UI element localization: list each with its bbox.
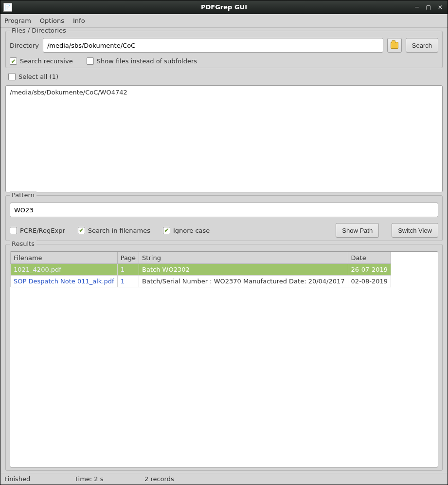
directory-listbox[interactable]: /media/sbs/Dokumente/CoC/WO4742 bbox=[5, 85, 443, 192]
cell-page[interactable]: 1 bbox=[117, 264, 139, 276]
checkbox-icon bbox=[8, 73, 16, 80]
status-records: 2 records bbox=[144, 475, 203, 483]
pattern-group-title: Pattern bbox=[10, 191, 36, 199]
results-table-wrap[interactable]: Filename Page String Date 1021_4200.pdf1… bbox=[10, 251, 438, 467]
results-group: Results Filename Page String Date 1021_4… bbox=[5, 244, 443, 471]
cell-string: Batch WO2302 bbox=[139, 264, 348, 276]
col-page[interactable]: Page bbox=[117, 252, 139, 264]
menu-info[interactable]: Info bbox=[73, 17, 85, 24]
files-group-title: Files / Directories bbox=[10, 28, 68, 34]
pattern-options-row: PCRE/RegExpr ✔ Search in filenames ✔ Ign… bbox=[10, 223, 438, 238]
app-window: 📄 PDFGrep GUI ─ ▢ ✕ Program Options Info… bbox=[0, 0, 448, 485]
showpath-button[interactable]: Show Path bbox=[336, 223, 379, 238]
cell-string: Batch/Serial Number : WO2370 Manufacture… bbox=[139, 276, 348, 287]
results-table: Filename Page String Date 1021_4200.pdf1… bbox=[10, 252, 391, 287]
status-time: Time: 2 s bbox=[74, 475, 133, 483]
menu-options[interactable]: Options bbox=[40, 17, 64, 24]
pattern-group: Pattern PCRE/RegExpr ✔ Search in filenam… bbox=[5, 195, 443, 241]
cell-filename[interactable]: SOP Despatch Note 011_alk.pdf bbox=[11, 276, 118, 287]
checkbox-icon bbox=[87, 57, 94, 65]
cell-page[interactable]: 1 bbox=[117, 276, 139, 287]
search-button[interactable]: Search bbox=[406, 38, 438, 53]
cell-date: 26-07-2019 bbox=[348, 264, 391, 276]
menubar: Program Options Info bbox=[0, 14, 448, 28]
status-state: Finished bbox=[4, 475, 63, 483]
directory-row: Directory Search bbox=[10, 38, 438, 53]
checkbox-icon: ✔ bbox=[163, 227, 170, 234]
selectall-label: Select all (1) bbox=[18, 73, 58, 80]
window-controls: ─ ▢ ✕ bbox=[412, 3, 445, 11]
pcre-label: PCRE/RegExpr bbox=[20, 227, 65, 234]
browse-button[interactable] bbox=[387, 38, 402, 53]
folder-icon bbox=[391, 42, 398, 49]
pcre-checkbox[interactable]: PCRE/RegExpr bbox=[10, 227, 65, 234]
table-header-row: Filename Page String Date bbox=[11, 252, 391, 264]
checkbox-icon: ✔ bbox=[78, 227, 85, 234]
menu-program[interactable]: Program bbox=[4, 17, 31, 24]
recursive-checkbox[interactable]: ✔ Search recursive bbox=[10, 57, 73, 65]
cell-filename[interactable]: 1021_4200.pdf bbox=[11, 264, 118, 276]
filenames-checkbox[interactable]: ✔ Search in filenames bbox=[78, 227, 150, 234]
statusbar: Finished Time: 2 s 2 records bbox=[0, 473, 448, 485]
recursive-label: Search recursive bbox=[20, 57, 73, 65]
table-row[interactable]: 1021_4200.pdf1Batch WO230226-07-2019 bbox=[11, 264, 391, 276]
selectall-checkbox[interactable]: Select all (1) bbox=[8, 73, 58, 80]
ignorecase-checkbox[interactable]: ✔ Ignore case bbox=[163, 227, 210, 234]
directory-label: Directory bbox=[10, 42, 39, 49]
pattern-input[interactable] bbox=[10, 203, 438, 217]
app-icon: 📄 bbox=[3, 3, 12, 12]
results-group-title: Results bbox=[10, 240, 36, 247]
close-button[interactable]: ✕ bbox=[436, 3, 445, 11]
ignorecase-label: Ignore case bbox=[173, 227, 210, 234]
list-item[interactable]: /media/sbs/Dokumente/CoC/WO4742 bbox=[10, 89, 438, 96]
showfiles-label: Show files instead of subfolders bbox=[97, 57, 197, 65]
minimize-button[interactable]: ─ bbox=[412, 3, 421, 11]
window-title: PDFGrep GUI bbox=[0, 3, 448, 11]
titlebar: 📄 PDFGrep GUI ─ ▢ ✕ bbox=[0, 0, 448, 14]
col-date[interactable]: Date bbox=[348, 252, 391, 264]
files-group: Files / Directories Directory Search ✔ S… bbox=[5, 31, 443, 68]
table-row[interactable]: SOP Despatch Note 011_alk.pdf1Batch/Seri… bbox=[11, 276, 391, 287]
content: Files / Directories Directory Search ✔ S… bbox=[0, 28, 448, 473]
showfiles-checkbox[interactable]: Show files instead of subfolders bbox=[87, 57, 197, 65]
directory-input[interactable] bbox=[43, 38, 383, 53]
col-filename[interactable]: Filename bbox=[11, 252, 118, 264]
col-string[interactable]: String bbox=[139, 252, 348, 264]
selectall-row: Select all (1) bbox=[5, 71, 443, 82]
maximize-button[interactable]: ▢ bbox=[424, 3, 433, 11]
checkbox-icon: ✔ bbox=[10, 57, 17, 65]
checkbox-icon bbox=[10, 227, 17, 234]
cell-date: 02-08-2019 bbox=[348, 276, 391, 287]
switchview-button[interactable]: Switch View bbox=[392, 223, 438, 238]
files-options-row: ✔ Search recursive Show files instead of… bbox=[10, 57, 438, 65]
filenames-label: Search in filenames bbox=[88, 227, 150, 234]
